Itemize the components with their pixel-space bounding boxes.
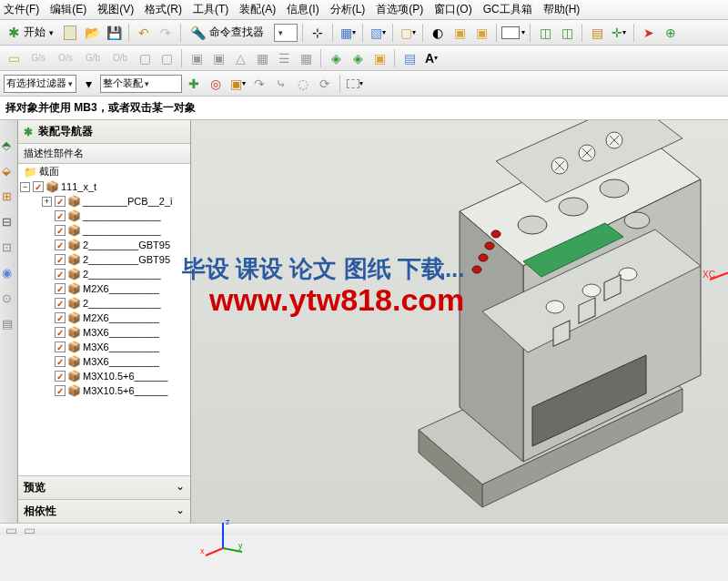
filter-selector-1[interactable]: 有选择过滤器▾ bbox=[4, 75, 76, 93]
sec-grid2[interactable]: ▦ bbox=[296, 48, 316, 68]
sec-grey4[interactable]: ▣ bbox=[208, 48, 228, 68]
tree-component-row[interactable]: ✓📦M3X10.5+6______ bbox=[18, 369, 190, 383]
tool-x-button[interactable]: ⊕ bbox=[661, 23, 681, 43]
filter-btn-4[interactable]: ↷ bbox=[249, 74, 269, 94]
grid-button[interactable]: ▦▾ bbox=[338, 23, 358, 43]
checkbox-icon[interactable]: ✓ bbox=[55, 356, 66, 367]
sec-grid[interactable]: ▦ bbox=[252, 48, 272, 68]
stack-button[interactable]: ▤ bbox=[587, 23, 607, 43]
tree-component-row[interactable]: ✓📦______________ bbox=[18, 223, 190, 238]
menu-tools[interactable]: 工具(T) bbox=[193, 2, 228, 17]
sec-green2[interactable]: ◈ bbox=[348, 48, 368, 68]
tab-assembly-nav[interactable]: ⬘ bbox=[2, 138, 16, 153]
checkbox-icon[interactable]: ✓ bbox=[55, 283, 66, 294]
start-button[interactable]: ✱ 开始 ▾ bbox=[4, 23, 58, 43]
tree-component-row[interactable]: ✓📦2_____________ bbox=[18, 296, 190, 311]
tree-component-row[interactable]: ✓📦M3X6_________ bbox=[18, 325, 190, 340]
tree-sections-node[interactable]: 📁 截面 bbox=[18, 164, 190, 179]
filter-rect[interactable]: ▾ bbox=[345, 74, 365, 94]
tree-component-row[interactable]: ✓📦M3X10.5+6______ bbox=[18, 383, 190, 398]
sec-green1[interactable]: ◈ bbox=[326, 48, 346, 68]
tab-layers[interactable]: ▤ bbox=[2, 317, 16, 331]
checkbox-icon[interactable]: ✓ bbox=[55, 225, 66, 236]
tree-component-row[interactable]: ✓📦M3X6_________ bbox=[18, 354, 190, 369]
dim2-button[interactable]: ◫ bbox=[557, 23, 577, 43]
viewport-3d[interactable]: ZC XC YC z x y bbox=[191, 120, 728, 523]
save-button[interactable]: 💾 bbox=[104, 23, 124, 43]
checkbox-icon[interactable]: ✓ bbox=[55, 269, 66, 280]
sec-grey3[interactable]: ▣ bbox=[187, 48, 207, 68]
tab-history[interactable]: ⊙ bbox=[2, 291, 16, 306]
tree-component-row[interactable]: ✓📦M2X6_________ bbox=[18, 281, 190, 296]
menu-file[interactable]: 文件(F) bbox=[4, 2, 39, 17]
tree-component-row[interactable]: ✓📦M2X6_________ bbox=[18, 311, 190, 325]
menu-info[interactable]: 信息(I) bbox=[287, 2, 318, 17]
arrow-button[interactable]: ➤ bbox=[639, 23, 659, 43]
tree-component-row[interactable]: +✓📦________PCB__2_i bbox=[18, 194, 190, 209]
tree-component-row[interactable]: ✓📦M3X6_________ bbox=[18, 340, 190, 354]
sec-gb1[interactable]: G/b bbox=[80, 48, 106, 68]
checkbox-icon[interactable]: ✓ bbox=[55, 240, 66, 250]
menu-gctoolbox[interactable]: GC工具箱 bbox=[483, 2, 532, 17]
checkbox-icon[interactable]: ✓ bbox=[55, 210, 66, 221]
sec-grey2[interactable]: ▢ bbox=[157, 48, 177, 68]
checkbox-icon[interactable]: ✓ bbox=[55, 341, 66, 352]
sec-list[interactable]: ☰ bbox=[274, 48, 294, 68]
redo-button[interactable]: ↷ bbox=[156, 23, 176, 43]
tab-reuse[interactable]: ⊟ bbox=[2, 215, 16, 229]
filter-pin[interactable]: ▾ bbox=[78, 74, 98, 94]
dim1-button[interactable]: ◫ bbox=[535, 23, 555, 43]
sphere-button[interactable]: ◐ bbox=[428, 23, 448, 43]
cube2-button[interactable]: ▣ bbox=[471, 23, 491, 43]
command-finder-button[interactable]: 🔦 命令查找器 bbox=[186, 23, 272, 43]
filter-btn-5[interactable]: ⤷ bbox=[271, 74, 291, 94]
checkbox-icon[interactable]: ✓ bbox=[33, 181, 44, 192]
checkbox-icon[interactable]: ✓ bbox=[55, 371, 66, 382]
filter-btn-3[interactable]: ▣▾ bbox=[228, 74, 248, 94]
checkbox-icon[interactable]: ✓ bbox=[55, 298, 66, 309]
tree-expand-icon[interactable]: + bbox=[42, 197, 52, 207]
tree-root-node[interactable]: − ✓ 📦 111_x_t bbox=[18, 179, 190, 194]
tree-component-row[interactable]: ✓📦2_________GBT95 bbox=[18, 238, 190, 252]
layer-button[interactable]: ▧▾ bbox=[368, 23, 388, 43]
open-button[interactable]: 📂 bbox=[82, 23, 102, 43]
sec-btn-1[interactable]: ▭ bbox=[4, 48, 24, 68]
menu-window[interactable]: 窗口(O) bbox=[434, 2, 471, 17]
filter-btn-1[interactable]: ✚ bbox=[184, 74, 204, 94]
checkbox-icon[interactable]: ✓ bbox=[55, 327, 66, 338]
checkbox-icon[interactable]: ✓ bbox=[55, 196, 66, 207]
menu-format[interactable]: 格式(R) bbox=[145, 2, 182, 17]
tree-component-row[interactable]: ✓📦2_________GBT95 bbox=[18, 252, 190, 267]
menu-preferences[interactable]: 首选项(P) bbox=[376, 2, 423, 17]
menu-assembly[interactable]: 装配(A) bbox=[239, 2, 276, 17]
tab-part-nav[interactable]: ⬙ bbox=[2, 164, 16, 178]
column-header[interactable]: 描述性部件名 bbox=[18, 144, 190, 164]
menu-help[interactable]: 帮助(H) bbox=[543, 2, 581, 17]
sec-grey1[interactable]: ▢ bbox=[135, 48, 155, 68]
dependency-section[interactable]: 相依性 ⌄ bbox=[18, 499, 190, 523]
tab-other1[interactable]: ⊡ bbox=[2, 240, 16, 255]
tree-component-row[interactable]: ✓📦______________ bbox=[18, 209, 190, 223]
sec-a-button[interactable]: A▾ bbox=[421, 48, 441, 68]
undo-button[interactable]: ↶ bbox=[134, 23, 154, 43]
axes-button[interactable]: ✛▾ bbox=[609, 23, 629, 43]
sec-tri[interactable]: △ bbox=[230, 48, 250, 68]
cube1-button[interactable]: ▣ bbox=[450, 23, 470, 43]
menu-edit[interactable]: 编辑(E) bbox=[50, 2, 86, 17]
sec-yellow[interactable]: ▣ bbox=[369, 48, 389, 68]
filter-btn-2[interactable]: ◎ bbox=[206, 74, 226, 94]
menu-analysis[interactable]: 分析(L) bbox=[330, 2, 366, 17]
checkbox-icon[interactable]: ✓ bbox=[55, 385, 66, 396]
coord-button[interactable]: ⊹ bbox=[308, 23, 328, 43]
tree-collapse-icon[interactable]: − bbox=[20, 182, 30, 192]
checkbox-icon[interactable]: ✓ bbox=[55, 254, 66, 265]
sec-view[interactable]: ▤ bbox=[399, 48, 420, 68]
checkbox-icon[interactable]: ✓ bbox=[55, 312, 66, 323]
tab-constraint[interactable]: ⊞ bbox=[2, 189, 16, 204]
status-btn-1[interactable]: ▭ bbox=[4, 525, 18, 535]
box-button[interactable]: ▢▾ bbox=[398, 23, 418, 43]
filter-selector-2[interactable]: 整个装配▾ bbox=[100, 75, 182, 93]
sec-gs1[interactable]: G/s bbox=[25, 48, 51, 68]
status-btn-2[interactable]: ▭ bbox=[22, 525, 36, 535]
filter-btn-6[interactable]: ◌ bbox=[293, 74, 313, 94]
